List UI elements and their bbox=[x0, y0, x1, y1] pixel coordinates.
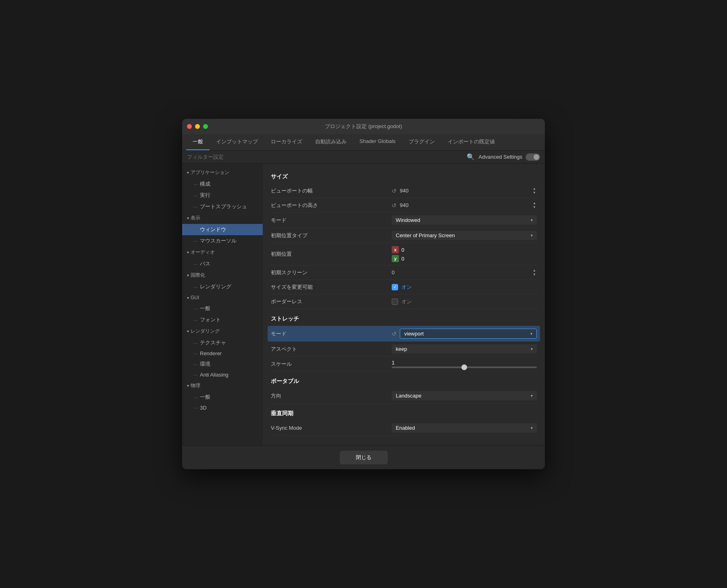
setting-row-initial-position-type: 初期位置タイプ Center of Primary Screen ▾ bbox=[271, 228, 537, 243]
dropdown-initial-position-type-arrow: ▾ bbox=[531, 233, 533, 238]
filter-input[interactable] bbox=[187, 154, 463, 160]
dropdown-stretch-mode-value: viewport bbox=[404, 331, 424, 337]
traffic-lights bbox=[187, 124, 208, 129]
dropdown-aspect-value: keep bbox=[396, 346, 407, 352]
sidebar-section-internationalization[interactable]: 国際化 bbox=[182, 269, 263, 281]
dropdown-aspect-arrow: ▾ bbox=[531, 347, 533, 351]
label-resizable: サイズを変更可能 bbox=[271, 284, 392, 291]
dropdown-vsync-mode[interactable]: Enabled ▾ bbox=[392, 423, 537, 433]
value-initial-screen: 0 ▲ ▼ bbox=[392, 269, 537, 276]
sidebar-item-gui-general[interactable]: 一般 bbox=[182, 303, 263, 314]
checkbox-resizable[interactable] bbox=[392, 284, 398, 290]
spin-initial-screen[interactable]: ▲ ▼ bbox=[532, 269, 537, 276]
coord-y-label: y bbox=[392, 255, 399, 262]
dropdown-orientation[interactable]: Landscape ▾ bbox=[392, 391, 537, 400]
coord-x-label: x bbox=[392, 246, 399, 253]
viewport-width-value: 940 bbox=[400, 188, 409, 194]
dropdown-mode[interactable]: Windowed ▾ bbox=[392, 215, 537, 225]
sidebar-item-environment[interactable]: 環境 bbox=[182, 358, 263, 370]
value-resizable: オン bbox=[392, 284, 537, 291]
spin-up-initial-screen[interactable]: ▲ bbox=[532, 269, 537, 272]
label-orientation: 方向 bbox=[271, 392, 392, 400]
label-vsync-mode: V-Sync Mode bbox=[271, 425, 392, 431]
tab-input-map[interactable]: インプットマップ bbox=[210, 134, 264, 150]
sidebar-item-mouse-cursor[interactable]: マウスカーソル bbox=[182, 235, 263, 246]
close-button[interactable]: 閉じる bbox=[340, 451, 388, 464]
spin-down-viewport-height[interactable]: ▼ bbox=[532, 206, 537, 209]
sidebar-item-window[interactable]: ウィンドウ bbox=[182, 224, 263, 235]
dropdown-aspect[interactable]: keep ▾ bbox=[392, 344, 537, 354]
initial-screen-value: 0 bbox=[392, 269, 395, 275]
sidebar-item-anti-aliasing[interactable]: Anti Aliasing bbox=[182, 370, 263, 380]
spin-viewport-width[interactable]: ▲ ▼ bbox=[532, 187, 537, 195]
coord-x-row: x bbox=[392, 246, 537, 253]
checkbox-row-resizable: オン bbox=[392, 284, 412, 291]
maximize-traffic-light[interactable] bbox=[203, 124, 208, 129]
section-title-vsync: 垂直同期 bbox=[271, 410, 537, 417]
sidebar-section-audio[interactable]: オーディオ bbox=[182, 246, 263, 258]
main-window: プロジェクト設定 (project.godot) 一般 インプットマップ ローカ… bbox=[182, 119, 545, 469]
reset-viewport-height[interactable]: ↺ bbox=[392, 202, 397, 209]
dropdown-mode-arrow: ▾ bbox=[531, 218, 533, 222]
sidebar-item-physics-general[interactable]: 一般 bbox=[182, 391, 263, 403]
spin-up-viewport-width[interactable]: ▲ bbox=[532, 187, 537, 190]
value-orientation: Landscape ▾ bbox=[392, 391, 537, 400]
dropdown-stretch-mode-arrow: ▾ bbox=[530, 331, 532, 336]
dropdown-mode-value: Windowed bbox=[396, 217, 420, 223]
tab-shader-globals[interactable]: Shader Globals bbox=[353, 134, 402, 150]
spin-down-viewport-width[interactable]: ▼ bbox=[532, 191, 537, 195]
value-initial-position: x y bbox=[392, 246, 537, 262]
setting-row-mode: モード Windowed ▾ bbox=[271, 213, 537, 228]
reset-viewport-width[interactable]: ↺ bbox=[392, 188, 397, 194]
tab-localization[interactable]: ローカライズ bbox=[264, 134, 309, 150]
value-aspect: keep ▾ bbox=[392, 344, 537, 354]
value-stretch-mode: ↺ viewport ▾ bbox=[392, 329, 537, 339]
resizable-on-label: オン bbox=[401, 284, 412, 291]
sidebar-item-jikkou[interactable]: 実行 bbox=[182, 190, 263, 201]
sidebar-section-physics[interactable]: 物理 bbox=[182, 380, 263, 391]
label-scale: スケール bbox=[271, 360, 392, 368]
scale-slider[interactable] bbox=[392, 366, 537, 368]
borderless-on-label: オン bbox=[401, 298, 412, 305]
sidebar-item-texture[interactable]: テクスチャ bbox=[182, 337, 263, 348]
dropdown-orientation-arrow: ▾ bbox=[531, 393, 533, 398]
setting-row-scale: スケール 1 bbox=[271, 357, 537, 371]
dropdown-vsync-mode-value: Enabled bbox=[396, 425, 415, 431]
setting-row-viewport-width: ビューポートの幅 ↺ 940 ▲ ▼ bbox=[271, 184, 537, 198]
section-title-size: サイズ bbox=[271, 173, 537, 180]
tab-general[interactable]: 一般 bbox=[186, 134, 210, 150]
reset-stretch-mode[interactable]: ↺ bbox=[392, 331, 397, 337]
label-aspect: アスペクト bbox=[271, 346, 392, 353]
dropdown-initial-position-type[interactable]: Center of Primary Screen ▾ bbox=[392, 231, 537, 240]
label-borderless: ボーダーレス bbox=[271, 298, 392, 305]
sidebar-section-display[interactable]: 表示 bbox=[182, 212, 263, 224]
sidebar-item-font[interactable]: フォント bbox=[182, 314, 263, 325]
close-traffic-light[interactable] bbox=[187, 124, 192, 129]
sidebar-item-kousei[interactable]: 構成 bbox=[182, 178, 263, 190]
sidebar-item-boot-splash[interactable]: ブートスプラッシュ bbox=[182, 201, 263, 212]
dropdown-stretch-mode[interactable]: viewport ▾ bbox=[400, 329, 537, 339]
sidebar-item-rendering-intl[interactable]: レンダリング bbox=[182, 281, 263, 292]
minimize-traffic-light[interactable] bbox=[195, 124, 200, 129]
tab-autoload[interactable]: 自動読み込み bbox=[309, 134, 353, 150]
coord-y-input[interactable] bbox=[401, 256, 422, 262]
sidebar-item-bus[interactable]: バス bbox=[182, 258, 263, 269]
sidebar-section-application[interactable]: アプリケーション bbox=[182, 167, 263, 178]
setting-row-orientation: 方向 Landscape ▾ bbox=[271, 388, 537, 404]
sidebar-section-rendering[interactable]: レンダリング bbox=[182, 325, 263, 337]
sidebar-item-renderer[interactable]: Renderer bbox=[182, 348, 263, 358]
advanced-settings-toggle[interactable] bbox=[526, 153, 540, 161]
spin-down-initial-screen[interactable]: ▼ bbox=[532, 273, 537, 276]
coord-row-position: x y bbox=[392, 246, 537, 262]
sidebar-item-3d[interactable]: 3D bbox=[182, 403, 263, 413]
sidebar-section-gui[interactable]: GUI bbox=[182, 292, 263, 303]
coord-x-input[interactable] bbox=[401, 247, 422, 253]
tab-import-defaults[interactable]: インポートの既定値 bbox=[441, 134, 501, 150]
tab-plugins[interactable]: プラグイン bbox=[402, 134, 441, 150]
checkbox-borderless[interactable] bbox=[392, 298, 398, 305]
spin-up-viewport-height[interactable]: ▲ bbox=[532, 202, 537, 205]
tabs-bar: 一般 インプットマップ ローカライズ 自動読み込み Shader Globals… bbox=[182, 134, 545, 151]
checkbox-row-borderless: オン bbox=[392, 298, 412, 305]
setting-row-initial-position: 初期位置 x y bbox=[271, 243, 537, 265]
spin-viewport-height[interactable]: ▲ ▼ bbox=[532, 202, 537, 209]
